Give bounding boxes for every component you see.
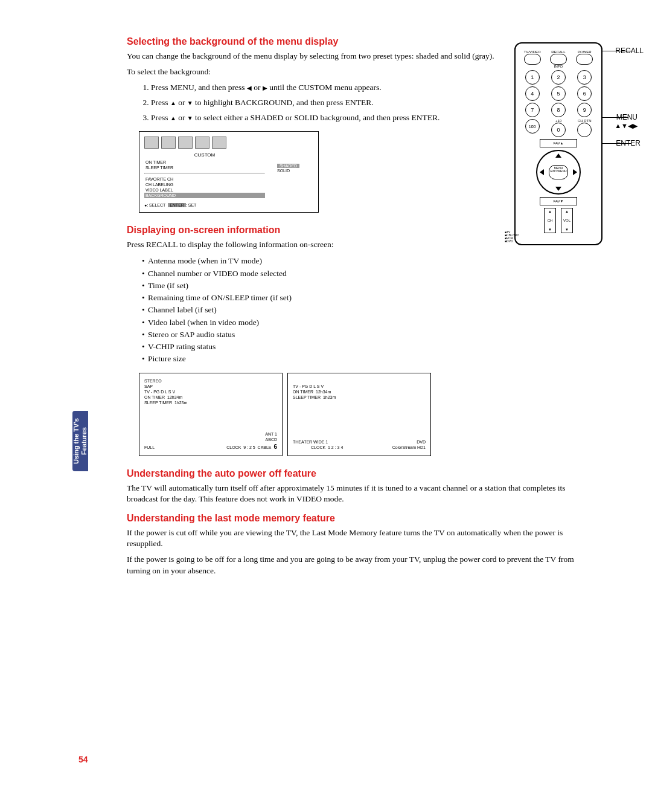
mode-labels: ■TV■CBL/SAT■VCR■DVD: [505, 231, 519, 243]
paragraph: If the power is cut off while you are vi…: [127, 527, 586, 549]
menu-tab-icon: [212, 137, 226, 149]
list-item: Picture size: [142, 353, 586, 365]
key-100: 100: [525, 119, 540, 134]
page: Using the TV's Features Selecting the ba…: [42, 0, 610, 779]
down-arrow-icon: ▼: [187, 99, 193, 108]
ch-rocker: CH: [544, 208, 556, 233]
fav-up-button: FAV▲: [540, 139, 577, 147]
heading-auto-power-off: Understanding the auto power off feature: [127, 468, 586, 479]
key-1: 1: [525, 70, 540, 85]
callout-menu: MENU: [616, 113, 638, 121]
up-arrow-icon: ▲: [170, 99, 176, 108]
menu-screenshot: CUSTOM ON TIMER SLEEP TIMER FAVORITE CH …: [139, 131, 319, 213]
menu-tab-icon: [161, 137, 176, 149]
osd-examples: STEREO SAP TV - PG D L S V ON TIMER 12h3…: [139, 373, 586, 456]
key-2: 2: [551, 70, 566, 85]
right-arrow-icon: [573, 169, 577, 175]
list-item: Channel label (if set): [142, 304, 586, 316]
key-chrtn: [577, 123, 592, 137]
callout-enter: ENTER: [616, 139, 641, 147]
heading-last-mode-memory: Understanding the last mode memory featu…: [127, 513, 586, 524]
menu-item-selected: BACKGROUND: [144, 193, 265, 198]
tv-video-button: [524, 54, 541, 65]
down-arrow-icon: [555, 187, 561, 191]
up-arrow-icon: ▲: [170, 114, 176, 123]
key-0: 0: [551, 123, 566, 137]
left-arrow-icon: [540, 169, 544, 175]
bullet-list: Antenna mode (when in TV mode) Channel n…: [127, 255, 586, 365]
menu-item: SLEEP TIMER: [144, 165, 265, 170]
callout-recall: RECALL: [615, 47, 644, 55]
paragraph: The TV will automatically turn itself of…: [127, 483, 586, 504]
recall-button: [550, 54, 567, 65]
list-item: Time (if set): [142, 280, 586, 292]
list-item: Channel number or VIDEO mode selected: [142, 268, 586, 280]
sidebar-tab: Using the TV's Features: [72, 411, 88, 471]
menu-value: SOLID: [277, 169, 313, 173]
key-4: 4: [525, 86, 540, 101]
key-7: 7: [525, 103, 540, 117]
list-item: Stereo or SAP audio status: [142, 329, 586, 341]
menu-item: FAVORITE CH: [144, 176, 265, 182]
right-arrow-icon: ▶: [263, 84, 267, 92]
key-8: 8: [551, 103, 566, 117]
menu-tab-icon: [178, 137, 193, 149]
power-button: [576, 54, 593, 65]
list-item: Remaining time of ON/SLEEP timer (if set…: [142, 292, 586, 304]
osd-screen-1: STEREO SAP TV - PG D L S V ON TIMER 12h3…: [139, 373, 283, 456]
menu-item: CH LABELING: [144, 182, 265, 187]
down-arrow-icon: ▼: [187, 114, 193, 123]
dpad: MENUEXIT/MENU: [536, 150, 581, 195]
menu-item: ON TIMER: [144, 160, 265, 165]
list-item: V-CHIP rating status: [142, 341, 586, 353]
key-9: 9: [577, 103, 592, 117]
key-6: 6: [577, 86, 592, 101]
menu-value-selected: SHADED: [277, 164, 299, 168]
osd-screen-2: TV - PG D L S V ON TIMER 12h34m SLEEP TI…: [287, 373, 431, 456]
list-item: Antenna mode (when in TV mode): [142, 255, 586, 267]
key-3: 3: [577, 70, 592, 85]
callout-arrows: ▲▼◀▶: [615, 122, 638, 130]
paragraph: If the power is going to be off for a lo…: [127, 554, 586, 576]
remote-illustration: RECALL MENU ▲▼◀▶ ENTER TV/VIDEO RECALLIN…: [483, 42, 634, 245]
page-number: 54: [78, 755, 88, 764]
vol-rocker: VOL: [561, 208, 573, 233]
menu-item: VIDEO LABEL: [144, 187, 265, 193]
menu-enter-button: MENUEXIT/MENU: [549, 165, 568, 179]
fav-down-button: FAV▼: [540, 197, 577, 205]
left-arrow-icon: ◀: [247, 84, 252, 92]
menu-tab-icon: [144, 137, 159, 149]
up-arrow-icon: [555, 153, 561, 158]
menu-footer: ●: SELECT ENTER: SET: [144, 203, 313, 207]
menu-tab-icon: [195, 137, 209, 149]
key-5: 5: [551, 86, 566, 101]
list-item: Video label (when in video mode): [142, 317, 586, 329]
menu-tabs: [144, 137, 313, 149]
menu-title: CUSTOM: [144, 152, 265, 158]
